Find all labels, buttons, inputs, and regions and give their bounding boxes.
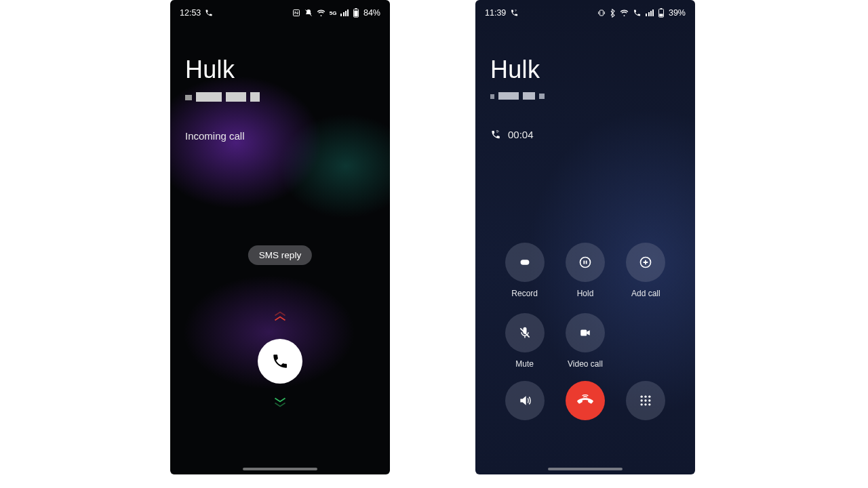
phone-icon [205, 9, 213, 17]
signal-icon [646, 9, 654, 16]
svg-point-16 [645, 399, 647, 401]
svg-rect-8 [520, 260, 529, 264]
svg-point-18 [641, 403, 643, 405]
svg-point-9 [580, 258, 590, 268]
status-time: 11:39 [485, 8, 506, 18]
record-button[interactable]: Record [505, 243, 545, 298]
svg-point-17 [648, 399, 650, 401]
answer-call-button[interactable] [258, 339, 302, 384]
status-time: 12:53 [180, 8, 201, 18]
speaker-icon [517, 394, 532, 407]
mic-off-icon [518, 325, 532, 340]
volte-icon [633, 9, 642, 17]
mute-notifications-icon [304, 9, 313, 17]
gesture-bar[interactable] [548, 468, 623, 470]
status-bar: 11:39 39% [475, 0, 695, 22]
end-call-button[interactable] [566, 381, 605, 420]
svg-rect-6 [659, 14, 663, 16]
gesture-bar[interactable] [243, 468, 317, 470]
caller-info: Hulk [490, 56, 545, 100]
mute-label: Mute [515, 359, 534, 369]
mute-button[interactable]: Mute [505, 313, 545, 369]
keypad-icon [639, 394, 652, 407]
speaker-button[interactable] [505, 381, 545, 420]
svg-point-19 [645, 403, 647, 405]
swipe-up-indicator [273, 310, 288, 322]
hold-button[interactable]: Hold [566, 243, 605, 298]
add-call-label: Add call [631, 289, 660, 298]
signal-icon [340, 9, 349, 16]
svg-point-13 [645, 396, 647, 398]
hang-up-icon [575, 392, 595, 409]
record-icon [517, 255, 532, 270]
video-icon [578, 327, 593, 339]
hold-label: Hold [577, 289, 594, 298]
call-duration: 00:04 [508, 129, 534, 140]
phone-screen-incoming-call: 12:53 5G 84% Hulk [170, 0, 390, 474]
caller-number-redacted [185, 92, 260, 102]
pause-icon [578, 256, 592, 269]
wifi-icon [317, 9, 326, 17]
battery-icon [353, 8, 359, 18]
bluetooth-icon [610, 9, 616, 18]
record-label: Record [511, 289, 538, 298]
wifi-icon [620, 9, 629, 17]
svg-rect-2 [354, 11, 357, 17]
plus-icon [639, 256, 652, 269]
caller-name: Hulk [490, 56, 545, 84]
nfc-icon [292, 9, 300, 17]
svg-rect-7 [660, 8, 663, 9]
vibrate-icon [597, 9, 606, 17]
video-call-button[interactable]: Video call [566, 313, 605, 369]
svg-point-12 [641, 396, 643, 398]
status-bar: 12:53 5G 84% [170, 0, 390, 22]
swipe-down-indicator [273, 396, 288, 408]
caller-info: Hulk [185, 56, 260, 102]
battery-icon [658, 8, 665, 18]
caller-number-redacted [490, 92, 545, 100]
sms-reply-button[interactable]: SMS reply [248, 245, 312, 265]
svg-rect-11 [580, 330, 587, 336]
call-duration-line: 00:04 [490, 129, 534, 140]
call-state: Incoming call [185, 130, 245, 142]
caller-name: Hulk [185, 56, 260, 84]
svg-point-14 [648, 396, 650, 398]
phone-screen-active-call: 11:39 39% Hulk [475, 0, 695, 474]
battery-percentage: 84% [363, 8, 380, 18]
wifi-calling-icon [490, 129, 501, 140]
add-call-button[interactable]: Add call [626, 243, 665, 298]
battery-percentage: 39% [669, 8, 686, 18]
svg-point-20 [648, 403, 650, 405]
svg-point-15 [641, 399, 643, 401]
svg-rect-4 [600, 10, 604, 16]
keypad-button[interactable] [626, 381, 665, 420]
network-label: 5G [330, 10, 337, 16]
wifi-calling-icon [510, 9, 519, 17]
video-call-label: Video call [568, 359, 603, 369]
phone-icon [271, 352, 289, 370]
svg-rect-3 [355, 8, 357, 9]
